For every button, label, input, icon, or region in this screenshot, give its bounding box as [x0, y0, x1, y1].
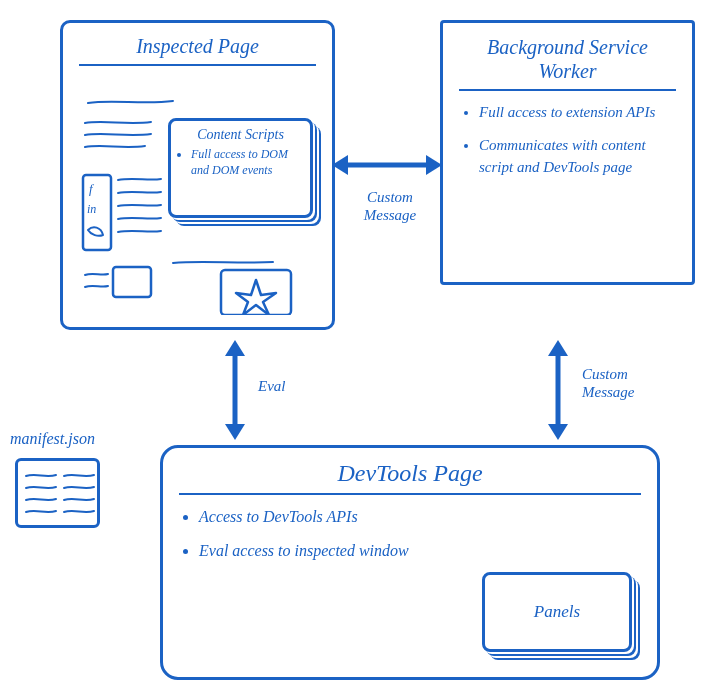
devtools-bullet: Access to DevTools APIs: [199, 505, 641, 529]
manifest-file-icon: [15, 458, 100, 528]
svg-marker-9: [225, 340, 245, 356]
svg-marker-13: [548, 424, 568, 440]
arrow-label-custom-message: Custom Message: [582, 365, 662, 401]
manifest-label: manifest.json: [10, 430, 95, 448]
content-scripts-title: Content Scripts: [177, 127, 304, 143]
svg-marker-10: [225, 424, 245, 440]
double-arrow-horizontal-icon: [332, 145, 442, 185]
svg-marker-6: [332, 155, 348, 175]
devtools-page-title: DevTools Page: [179, 460, 641, 487]
double-arrow-vertical-icon: [538, 340, 578, 440]
arrow-label-eval: Eval: [258, 378, 286, 395]
background-worker-title: Background Service Worker: [459, 35, 676, 83]
panels-label: Panels: [534, 602, 580, 622]
svg-rect-3: [113, 267, 151, 297]
divider: [79, 64, 316, 66]
svg-marker-7: [426, 155, 442, 175]
svg-marker-12: [548, 340, 568, 356]
devtools-bullet: Eval access to inspected window: [199, 539, 641, 563]
content-scripts-box: Content Scripts Full access to DOM and D…: [168, 118, 313, 218]
content-scripts-bullet: Full access to DOM and DOM events: [191, 147, 304, 178]
background-bullet: Communicates with content script and Dev…: [479, 134, 676, 179]
divider: [459, 89, 676, 91]
arrow-label-custom-message: Custom Message: [350, 188, 430, 224]
inspected-page-box: Inspected Page f in Content Scripts F: [60, 20, 335, 330]
background-bullet: Full access to extension APIs: [479, 101, 676, 124]
background-worker-box: Background Service Worker Full access to…: [440, 20, 695, 285]
svg-rect-4: [221, 270, 291, 315]
double-arrow-vertical-icon: [215, 340, 255, 440]
divider: [179, 493, 641, 495]
svg-text:in: in: [87, 202, 96, 216]
devtools-page-box: DevTools Page Access to DevTools APIs Ev…: [160, 445, 660, 680]
inspected-page-title: Inspected Page: [79, 35, 316, 58]
panels-box: Panels: [482, 572, 632, 652]
svg-text:f: f: [89, 181, 95, 196]
